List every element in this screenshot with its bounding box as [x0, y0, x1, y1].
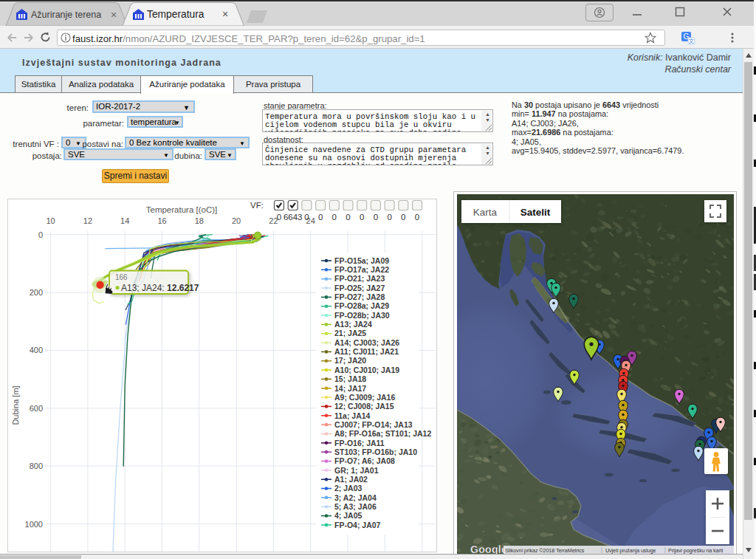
svg-text:A11; CJ011; JA21: A11; CJ011; JA21 [334, 347, 399, 356]
svg-text:Slikovni prikaz ©2018 TerraMet: Slikovni prikaz ©2018 TerraMetrics [505, 547, 585, 554]
svg-text:0: 0 [346, 213, 350, 222]
svg-text:6643: 6643 [284, 213, 303, 222]
svg-text:FP-O21; JA23: FP-O21; JA23 [334, 274, 385, 283]
svg-text:5; A3; JA06: 5; A3; JA06 [334, 502, 377, 511]
svg-text:0: 0 [318, 213, 323, 222]
svg-text:0: 0 [374, 213, 378, 222]
svg-text:3; A2; JA04: 3; A2; JA04 [334, 493, 377, 502]
svg-text:A8; FP-O16a; ST101; JA12: A8; FP-O16a; ST101; JA12 [334, 429, 431, 438]
svg-text:0: 0 [38, 230, 43, 239]
svg-text:1000: 1000 [25, 520, 43, 529]
svg-text:FP-O17a; JA22: FP-O17a; JA22 [334, 265, 389, 274]
svg-text:GR; 1; JA01: GR; 1; JA01 [334, 466, 379, 475]
svg-text:FP-O7; A6; JA08: FP-O7; A6; JA08 [334, 456, 395, 465]
svg-text:12; CJ008; JA15: 12; CJ008; JA15 [334, 402, 394, 411]
svg-text:10: 10 [46, 216, 55, 225]
svg-text:200: 200 [30, 288, 43, 297]
svg-text:FP-O28b; JA30: FP-O28b; JA30 [334, 311, 390, 320]
svg-text:FP-O15a; JA09: FP-O15a; JA09 [334, 256, 389, 265]
svg-text:14: 14 [120, 216, 129, 225]
svg-text:ST103; FP-O16b; JA10: ST103; FP-O16b; JA10 [334, 447, 417, 456]
svg-text:A10; CJ010; JA19: A10; CJ010; JA19 [334, 366, 399, 374]
svg-text:0: 0 [401, 213, 405, 222]
svg-text:4; JA05: 4; JA05 [334, 511, 362, 520]
svg-text:A14; CJ003; JA26: A14; CJ003; JA26 [334, 338, 399, 347]
svg-text:A13; JA24: A13; JA24 [334, 320, 372, 329]
svg-text:文: 文 [689, 38, 695, 44]
svg-text:0: 0 [387, 213, 391, 222]
svg-text:A1; JA02: A1; JA02 [334, 475, 368, 484]
svg-text:Karta: Karta [473, 207, 498, 218]
svg-text:0: 0 [304, 213, 309, 222]
svg-text:0: 0 [415, 213, 419, 222]
svg-text:11a; JA14: 11a; JA14 [334, 411, 371, 420]
svg-text:18: 18 [195, 216, 204, 225]
svg-text:0: 0 [277, 213, 281, 222]
svg-text:FP-O27; JA28: FP-O27; JA28 [334, 292, 385, 301]
svg-text:Temperatura [(oC)]: Temperatura [(oC)] [146, 205, 218, 214]
svg-text:Satelit: Satelit [520, 207, 551, 218]
svg-text:FP-O28a; JA29: FP-O28a; JA29 [334, 301, 389, 310]
svg-text:14; JA17: 14; JA17 [334, 384, 366, 393]
svg-text:15; JA18: 15; JA18 [334, 374, 366, 383]
svg-text:FP-O25; JA27: FP-O25; JA27 [334, 284, 385, 292]
svg-text:CJ007; FP-O14; JA13: CJ007; FP-O14; JA13 [334, 420, 413, 429]
svg-text:Google: Google [470, 543, 507, 555]
svg-text:0: 0 [360, 213, 364, 222]
svg-text:Dubina [m]: Dubina [m] [11, 385, 20, 425]
svg-text:VF:: VF: [250, 201, 264, 210]
svg-text:16: 16 [157, 216, 166, 225]
svg-text:Prijavi pogrešku na karti: Prijavi pogrešku na karti [668, 547, 724, 554]
svg-text:FP-O16; JA11: FP-O16; JA11 [334, 439, 385, 447]
svg-text:800: 800 [30, 462, 43, 470]
svg-text:12: 12 [83, 216, 92, 225]
svg-text:20: 20 [232, 216, 241, 225]
svg-text:Uvjeti pružanja usluge: Uvjeti pružanja usluge [605, 547, 656, 554]
svg-text:2; JA03: 2; JA03 [334, 484, 362, 493]
svg-text:FP-O4; JA07: FP-O4; JA07 [334, 521, 381, 529]
svg-text:17; JA20: 17; JA20 [334, 356, 366, 365]
svg-text:A13; JA24: 12.6217: A13; JA24: 12.6217 [121, 283, 199, 293]
svg-text:0: 0 [332, 213, 337, 222]
svg-text:600: 600 [30, 404, 43, 413]
svg-text:166: 166 [115, 273, 128, 281]
svg-text:400: 400 [30, 346, 43, 354]
svg-text:A9; CJ009; JA16: A9; CJ009; JA16 [334, 393, 395, 402]
svg-text:21; JA25: 21; JA25 [334, 329, 366, 337]
